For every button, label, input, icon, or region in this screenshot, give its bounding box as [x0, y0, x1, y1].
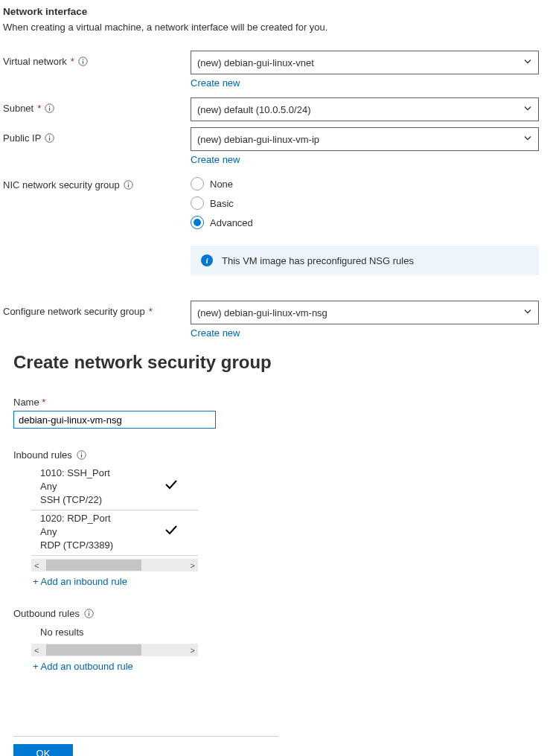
required-asterisk: *	[149, 306, 153, 317]
scroll-left-icon[interactable]: <	[33, 561, 40, 570]
rule-priority: 1020: RDP_Port	[40, 512, 176, 525]
label-nic-nsg-text: NIC network security group	[3, 179, 120, 190]
chevron-down-icon	[523, 307, 532, 318]
svg-rect-11	[128, 182, 129, 183]
row-configure-nsg: Configure network security group * (new)…	[3, 301, 550, 339]
divider	[13, 736, 278, 737]
svg-rect-10	[128, 185, 129, 188]
row-virtual-network: Virtual network * (new) debian-gui-linux…	[3, 51, 550, 89]
checkmark-icon	[164, 522, 179, 541]
required-asterisk: *	[37, 103, 41, 114]
link-add-outbound-rule[interactable]: + Add an outbound rule	[33, 661, 133, 672]
heading-create-nsg: Create network security group	[13, 352, 550, 373]
row-public-ip: Public IP (new) debian-gui-linux-vm-ip C…	[3, 127, 550, 165]
dropdown-public-ip-value: (new) debian-gui-linux-vm-ip	[197, 134, 319, 145]
dropdown-subnet-value: (new) default (10.0.5.0/24)	[197, 104, 310, 115]
svg-rect-4	[49, 108, 50, 111]
label-public-ip: Public IP	[3, 127, 191, 144]
dropdown-subnet[interactable]: (new) default (10.0.5.0/24)	[191, 97, 539, 121]
rule-entry-ssh[interactable]: 1010: SSH_Port Any SSH (TCP/22)	[31, 465, 198, 510]
horizontal-scrollbar[interactable]: < >	[31, 559, 198, 571]
heading-outbound-rules: Outbound rules	[13, 608, 550, 619]
radio-option-basic[interactable]: Basic	[191, 196, 539, 210]
scroll-right-icon[interactable]: >	[189, 646, 196, 655]
label-configure-nsg-text: Configure network security group	[3, 306, 145, 317]
label-virtual-network: Virtual network *	[3, 51, 191, 67]
info-banner-preconfigured-nsg: i This VM image has preconfigured NSG ru…	[191, 246, 539, 275]
svg-rect-5	[49, 106, 50, 106]
radio-option-none[interactable]: None	[191, 177, 539, 190]
info-banner-text: This VM image has preconfigured NSG rule…	[222, 255, 414, 266]
rule-priority: 1010: SSH_Port	[40, 467, 176, 480]
info-icon[interactable]	[77, 450, 86, 460]
outbound-rules-list: No results < >	[31, 624, 198, 656]
rule-service: SSH (TCP/22)	[40, 493, 176, 507]
svg-rect-8	[49, 135, 50, 136]
label-subnet-text: Subnet	[3, 103, 33, 114]
scrollbar-thumb[interactable]	[46, 560, 141, 571]
rule-entry-rdp[interactable]: 1020: RDP_Port Any RDP (TCP/3389)	[31, 510, 198, 556]
section-description: When creating a virtual machine, a netwo…	[3, 22, 550, 33]
info-icon[interactable]	[78, 57, 88, 66]
scroll-left-icon[interactable]: <	[33, 646, 40, 655]
heading-outbound-rules-text: Outbound rules	[13, 608, 80, 619]
scrollbar-thumb[interactable]	[46, 644, 141, 656]
dropdown-public-ip[interactable]: (new) debian-gui-linux-vm-ip	[191, 127, 539, 151]
info-icon: i	[201, 254, 213, 266]
chevron-down-icon	[523, 134, 532, 145]
info-icon[interactable]	[45, 103, 54, 113]
info-icon[interactable]	[45, 133, 54, 143]
link-add-inbound-rule[interactable]: + Add an inbound rule	[33, 576, 127, 587]
dropdown-virtual-network-value: (new) debian-gui-linux-vnet	[197, 57, 314, 68]
required-asterisk: *	[42, 397, 45, 408]
svg-rect-2	[83, 59, 83, 60]
row-subnet: Subnet * (new) default (10.0.5.0/24)	[3, 97, 550, 121]
rule-source: Any	[40, 525, 176, 539]
scroll-right-icon[interactable]: >	[189, 561, 196, 570]
dropdown-configure-nsg-value: (new) debian-gui-linux-vm-nsg	[197, 307, 327, 318]
section-heading-network-interface: Network interface	[3, 6, 550, 17]
radio-option-advanced[interactable]: Advanced	[191, 216, 539, 229]
input-nsg-name[interactable]	[13, 411, 216, 429]
inbound-rules-list: 1010: SSH_Port Any SSH (TCP/22) 1020: RD…	[31, 465, 198, 571]
label-virtual-network-text: Virtual network	[3, 56, 67, 67]
row-nic-nsg: NIC network security group None Basic Ad…	[3, 174, 550, 229]
svg-rect-1	[83, 61, 83, 64]
radio-label: Basic	[210, 198, 234, 209]
dropdown-virtual-network[interactable]: (new) debian-gui-linux-vnet	[191, 51, 539, 74]
required-asterisk: *	[71, 56, 74, 67]
link-create-new-ip[interactable]: Create new	[191, 154, 240, 165]
info-icon[interactable]	[84, 609, 94, 618]
svg-rect-14	[81, 452, 82, 453]
svg-rect-17	[89, 611, 89, 612]
label-nsg-name: Name *	[13, 397, 550, 408]
chevron-down-icon	[523, 57, 532, 68]
label-configure-nsg: Configure network security group *	[3, 301, 191, 317]
label-subnet: Subnet *	[3, 97, 191, 114]
rule-service: RDP (TCP/3389)	[40, 539, 176, 552]
label-nsg-name-text: Name	[13, 397, 39, 408]
no-results-text: No results	[31, 624, 198, 641]
dropdown-configure-nsg[interactable]: (new) debian-gui-linux-vm-nsg	[191, 301, 539, 324]
checkmark-icon	[164, 477, 179, 496]
horizontal-scrollbar[interactable]: < >	[31, 644, 198, 656]
chevron-down-icon	[523, 104, 532, 115]
link-create-new-vnet[interactable]: Create new	[191, 77, 240, 89]
heading-inbound-rules-text: Inbound rules	[13, 449, 72, 461]
svg-rect-7	[49, 138, 50, 141]
svg-rect-13	[81, 455, 82, 458]
label-public-ip-text: Public IP	[3, 132, 41, 144]
radio-label: None	[210, 179, 233, 190]
label-nic-nsg: NIC network security group	[3, 174, 191, 190]
radio-group-nic-nsg: None Basic Advanced	[191, 174, 539, 229]
heading-inbound-rules: Inbound rules	[13, 449, 550, 461]
ok-button[interactable]: OK	[13, 744, 73, 756]
svg-rect-16	[89, 613, 89, 616]
info-icon[interactable]	[124, 180, 133, 190]
rule-source: Any	[40, 480, 176, 493]
radio-label: Advanced	[210, 217, 253, 228]
link-create-new-nsg[interactable]: Create new	[191, 327, 240, 339]
